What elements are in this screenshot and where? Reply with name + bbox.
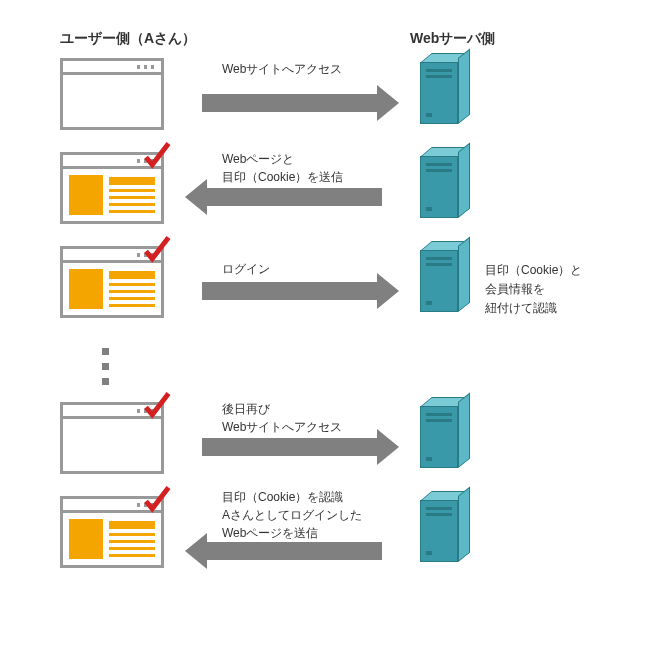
diagram: ユーザー側（Aさん） Webサーバ側 Webサイトへアクセス Webページと 目… [0, 0, 650, 650]
arrow-right-icon [202, 282, 382, 300]
server-icon [420, 402, 474, 472]
check-icon [141, 235, 171, 265]
server-icon [420, 152, 474, 222]
server-icon [420, 496, 474, 566]
step-label: 後日再び Webサイトへアクセス [222, 400, 452, 436]
step-5: 目印（Cookie）を認識 Aさんとしてログインした Webページを送信 [60, 496, 610, 578]
step-side-note: 目印（Cookie）と 会員情報を 紐付けて認識 [485, 261, 582, 319]
server-icon [420, 246, 474, 316]
browser-icon [60, 402, 164, 474]
arrow-left-icon [202, 542, 382, 560]
browser-icon [60, 152, 164, 224]
step-label: Webサイトへアクセス [222, 60, 452, 78]
check-icon [141, 141, 171, 171]
step-label: Webページと 目印（Cookie）を送信 [222, 150, 452, 186]
step-label: ログイン [222, 260, 452, 278]
check-icon [141, 485, 171, 515]
step-3: ログイン 目印（Cookie）と 会員情報を 紐付けて認識 [60, 246, 610, 328]
browser-icon [60, 496, 164, 568]
arrow-right-icon [202, 438, 382, 456]
step-4: 後日再び Webサイトへアクセス [60, 402, 610, 484]
arrow-right-icon [202, 94, 382, 112]
arrow-left-icon [202, 188, 382, 206]
browser-icon [60, 246, 164, 318]
step-2: Webページと 目印（Cookie）を送信 [60, 152, 610, 234]
browser-icon [60, 58, 164, 130]
step-1: Webサイトへアクセス [60, 58, 610, 140]
server-icon [420, 58, 474, 128]
ellipsis-icon [102, 340, 112, 393]
check-icon [141, 391, 171, 421]
step-label: 目印（Cookie）を認識 Aさんとしてログインした Webページを送信 [222, 488, 452, 542]
header-server: Webサーバ側 [410, 30, 495, 48]
header-user: ユーザー側（Aさん） [60, 30, 196, 48]
